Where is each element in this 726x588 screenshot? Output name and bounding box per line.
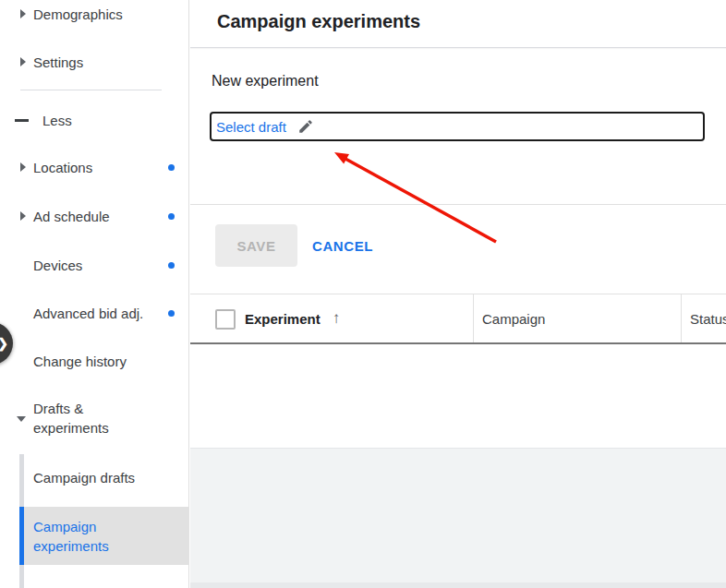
column-separator (473, 294, 474, 342)
chevron-right-icon (20, 211, 26, 221)
sidebar-item-label: Ad schedule (33, 207, 110, 226)
sidebar-item-label: Advanced bid adj. (33, 304, 143, 323)
main-content: Campaign experiments New experiment Sele… (190, 0, 726, 588)
sidebar-subitem-campaign-experiments[interactable]: Campaign experiments (19, 507, 189, 565)
new-experiment-heading: New experiment (212, 73, 319, 90)
screen: Demographics Settings Less Locations Ad … (0, 0, 726, 588)
column-header-status[interactable]: Status (690, 294, 726, 342)
column-separator (681, 294, 682, 342)
chevron-right-icon (20, 9, 26, 18)
cancel-button[interactable]: CANCEL (312, 224, 373, 267)
sidebar-nav: Demographics Settings Less Locations Ad … (0, 0, 189, 588)
sidebar-item-label: Change history (33, 352, 127, 371)
column-header-campaign[interactable]: Campaign (482, 294, 545, 342)
select-draft-link[interactable]: Select draft (216, 119, 286, 135)
notification-dot (168, 262, 175, 269)
sidebar-item-label: Locations (33, 158, 92, 177)
page-background-area (190, 448, 726, 588)
bottom-bar (190, 582, 726, 588)
notification-dot (168, 213, 175, 220)
sidebar-item-label: Less (42, 111, 72, 130)
sidebar-item-label: Settings (33, 53, 83, 72)
sidebar-item-label: Devices (33, 256, 82, 275)
sort-ascending-icon: ↑ (333, 309, 341, 328)
sidebar-item-devices[interactable]: Devices (0, 251, 189, 279)
page-header: Campaign experiments (190, 0, 726, 48)
sidebar-item-ad-schedule[interactable]: Ad schedule (0, 202, 189, 230)
chevron-right-icon: ❯ (0, 336, 8, 351)
chevron-right-icon (20, 57, 26, 66)
minus-icon (15, 119, 29, 122)
chevron-right-icon (20, 162, 26, 172)
sidebar-item-label: Demographics (33, 5, 123, 24)
sidebar-item-label: Campaign drafts (33, 468, 135, 487)
sidebar-item-change-history[interactable]: Change history (0, 347, 189, 375)
select-all-checkbox[interactable] (215, 309, 236, 330)
sidebar-item-settings[interactable]: Settings (0, 48, 189, 76)
column-header-experiment[interactable]: Experiment ↑ (245, 294, 340, 342)
select-draft-field[interactable]: Select draft (210, 112, 705, 141)
sidebar-subitem-campaign-drafts[interactable]: Campaign drafts (0, 463, 189, 491)
selected-indicator-bar (19, 507, 24, 565)
sidebar-divider (20, 90, 162, 90)
sidebar-item-label: Drafts & experiments (33, 399, 130, 438)
chevron-down-icon (17, 416, 26, 422)
column-header-label: Campaign (482, 311, 545, 327)
sidebar-item-label: Campaign experiments (33, 517, 144, 556)
page-title: Campaign experiments (217, 11, 420, 32)
column-header-label: Status (690, 311, 726, 327)
save-button[interactable]: SAVE (215, 224, 297, 267)
sidebar-item-less[interactable]: Less (0, 106, 189, 134)
sidebar-item-drafts-experiments[interactable]: Drafts & experiments (0, 397, 189, 439)
notification-dot (168, 310, 175, 317)
experiments-table-header: Experiment ↑ Campaign Status (190, 294, 726, 344)
sidebar-item-demographics[interactable]: Demographics (0, 0, 189, 28)
sidebar-item-locations[interactable]: Locations (0, 153, 189, 181)
section-divider (190, 204, 726, 205)
notification-dot (168, 164, 175, 171)
edit-pencil-icon[interactable] (297, 118, 314, 135)
column-header-label: Experiment (245, 311, 321, 327)
sidebar-item-advanced-bid-adj[interactable]: Advanced bid adj. (0, 299, 189, 327)
